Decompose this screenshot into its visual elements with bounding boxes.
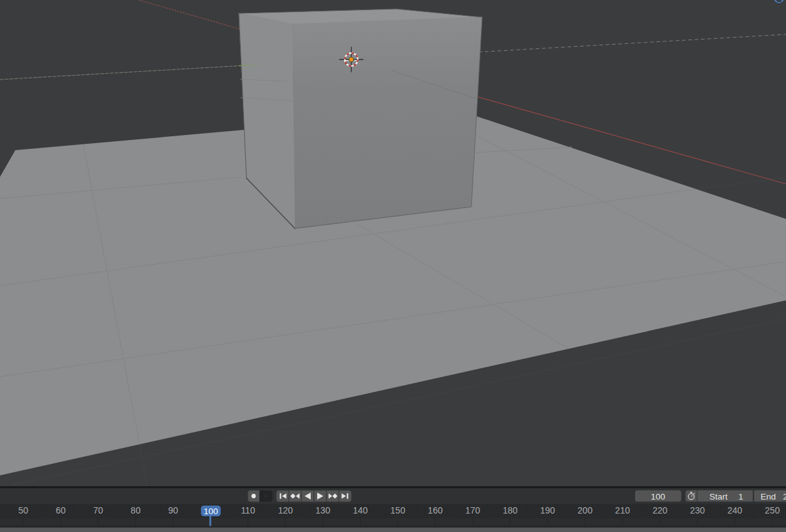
- svg-text:190: 190: [540, 505, 555, 515]
- svg-text:150: 150: [390, 505, 406, 515]
- svg-text:2: 2: [783, 492, 786, 501]
- svg-text:70: 70: [93, 505, 103, 515]
- svg-text:200: 200: [578, 505, 593, 515]
- svg-text:170: 170: [465, 505, 480, 515]
- svg-text:120: 120: [278, 505, 293, 515]
- svg-text:Start: Start: [710, 492, 728, 501]
- svg-text:210: 210: [615, 505, 631, 515]
- svg-text:180: 180: [503, 505, 518, 515]
- svg-text:140: 140: [353, 505, 368, 515]
- svg-text:240: 240: [727, 505, 743, 515]
- svg-text:230: 230: [690, 505, 705, 515]
- svg-text:100: 100: [651, 492, 666, 501]
- svg-text:160: 160: [428, 505, 443, 515]
- svg-text:220: 220: [652, 505, 668, 515]
- svg-text:100: 100: [204, 507, 218, 516]
- svg-text:50: 50: [18, 505, 29, 515]
- svg-text:110: 110: [241, 505, 255, 515]
- svg-text:90: 90: [168, 505, 178, 515]
- svg-text:60: 60: [56, 505, 66, 515]
- svg-text:130: 130: [315, 505, 331, 515]
- svg-text:80: 80: [131, 505, 141, 515]
- svg-text:250: 250: [765, 505, 780, 515]
- svg-text:End: End: [761, 492, 776, 501]
- svg-text:1: 1: [738, 492, 743, 501]
